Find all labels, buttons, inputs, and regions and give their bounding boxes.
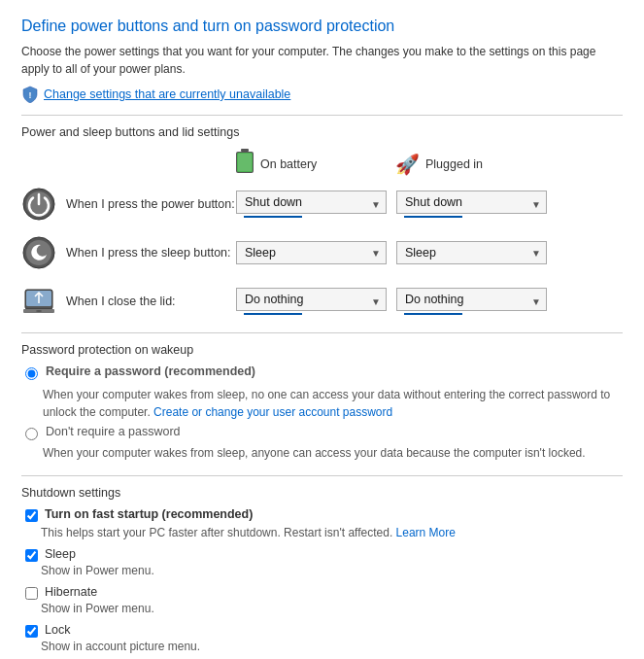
create-password-link[interactable]: Create or change your user account passw…	[153, 405, 392, 419]
lid-battery-underline	[244, 313, 302, 315]
svg-rect-4	[238, 154, 252, 171]
svg-rect-1	[241, 149, 249, 152]
intro-text: Choose the power settings that you want …	[21, 43, 623, 78]
lid-battery-dropdown-wrap: Do nothing Sleep Hibernate Shut down ▼	[236, 288, 387, 315]
no-password-option: Don't require a password	[25, 425, 623, 440]
hibernate-checkbox-row: Hibernate	[25, 585, 623, 600]
require-password-desc: When your computer wakes from sleep, no …	[43, 386, 623, 421]
hibernate-checkbox[interactable]	[25, 587, 38, 600]
plug-icon: 🚀	[395, 153, 420, 176]
lid-icon	[21, 284, 56, 319]
lid-label: When I close the lid:	[66, 295, 236, 308]
fast-startup-desc: This helps start your PC faster after sh…	[41, 524, 623, 541]
lid-row: When I close the lid: Do nothing Sleep H…	[21, 284, 623, 319]
sleep-button-icon	[21, 235, 56, 270]
sleep-battery-select[interactable]: Do nothing Sleep Hibernate Shut down	[236, 241, 387, 264]
require-password-option: Require a password (recommended)	[25, 364, 623, 380]
sleep-checkbox[interactable]	[25, 549, 38, 562]
lid-plugged-dropdown-wrap: Do nothing Sleep Hibernate Shut down ▼	[396, 288, 547, 315]
fast-startup-checkbox-row: Turn on fast startup (recommended)	[25, 507, 623, 522]
require-password-label: Require a password (recommended)	[46, 364, 255, 378]
no-password-radio[interactable]	[25, 428, 38, 440]
svg-point-12	[36, 310, 42, 312]
lock-checkbox-desc: Show in account picture menu.	[41, 640, 623, 653]
no-password-label: Don't require a password	[46, 425, 181, 438]
lock-checkbox-label: Lock	[45, 623, 70, 637]
power-battery-dropdown-wrap: Do nothing Sleep Hibernate Shut down Tur…	[236, 191, 387, 218]
shutdown-section-title: Shutdown settings	[21, 486, 623, 500]
learn-more-link[interactable]: Learn More	[396, 526, 456, 539]
power-button-label: When I press the power button:	[66, 197, 236, 211]
divider-3	[21, 475, 623, 476]
divider-2	[21, 332, 623, 333]
svg-text:!: !	[29, 90, 32, 100]
sleep-battery-dropdown-wrap: Do nothing Sleep Hibernate Shut down ▼	[236, 241, 387, 264]
sleep-button-row: When I press the sleep button: Do nothin…	[21, 235, 623, 270]
lock-checkbox-row: Lock	[25, 623, 623, 638]
power-plugged-underline	[404, 216, 462, 218]
fast-startup-checkbox[interactable]	[25, 509, 38, 522]
sleep-checkbox-desc: Show in Power menu.	[41, 564, 623, 577]
sleep-plugged-dropdown-wrap: Do nothing Sleep Hibernate Shut down ▼	[396, 241, 547, 264]
power-battery-underline	[244, 216, 302, 218]
lock-checkbox[interactable]	[25, 625, 38, 638]
on-battery-header: On battery	[235, 149, 395, 179]
sleep-checkbox-label: Sleep	[45, 547, 76, 561]
divider-1	[21, 115, 623, 116]
lid-battery-select[interactable]: Do nothing Sleep Hibernate Shut down	[236, 288, 387, 311]
sleep-plugged-select[interactable]: Do nothing Sleep Hibernate Shut down	[396, 241, 547, 264]
power-button-icon	[21, 187, 56, 222]
sleep-checkbox-row: Sleep	[25, 547, 623, 562]
password-section-title: Password protection on wakeup	[21, 343, 623, 357]
lid-plugged-underline	[404, 313, 462, 315]
require-password-radio[interactable]	[25, 367, 38, 380]
plugged-in-header: 🚀 Plugged in	[395, 153, 556, 176]
hibernate-checkbox-desc: Show in Power menu.	[41, 602, 623, 615]
no-password-desc: When your computer wakes from sleep, any…	[43, 444, 623, 462]
power-sleep-section-title: Power and sleep buttons and lid settings	[21, 125, 623, 139]
svg-point-8	[26, 240, 51, 265]
sleep-button-label: When I press the sleep button:	[66, 246, 236, 260]
power-plugged-select[interactable]: Do nothing Sleep Hibernate Shut down Tur…	[396, 191, 547, 214]
power-battery-select[interactable]: Do nothing Sleep Hibernate Shut down Tur…	[236, 191, 387, 214]
battery-icon	[235, 149, 254, 179]
shield-icon: !	[21, 86, 39, 103]
hibernate-checkbox-label: Hibernate	[45, 585, 97, 599]
page-title: Define power buttons and turn on passwor…	[21, 17, 623, 35]
power-plugged-dropdown-wrap: Do nothing Sleep Hibernate Shut down Tur…	[396, 191, 547, 218]
power-button-row: When I press the power button: Do nothin…	[21, 187, 623, 222]
fast-startup-label: Turn on fast startup (recommended)	[45, 507, 253, 521]
change-settings-link[interactable]: Change settings that are currently unava…	[44, 87, 290, 101]
lid-plugged-select[interactable]: Do nothing Sleep Hibernate Shut down	[396, 288, 547, 311]
